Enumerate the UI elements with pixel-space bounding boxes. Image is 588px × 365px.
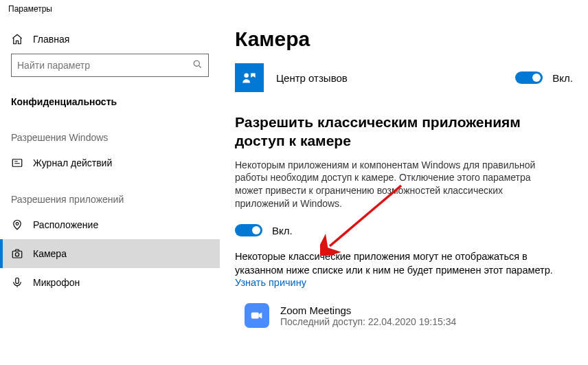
sidebar-item-microphone[interactable]: Микрофон bbox=[0, 268, 220, 297]
sidebar-item-label: Главная bbox=[33, 34, 69, 45]
allow-classic-heading: Разрешить классическим приложениям досту… bbox=[235, 113, 558, 151]
allow-classic-desc: Некоторым приложениям и компонентам Wind… bbox=[235, 159, 558, 211]
location-icon bbox=[11, 219, 23, 231]
feedback-toggle[interactable] bbox=[515, 71, 543, 84]
sidebar-item-label: Конфиденциальность bbox=[11, 96, 117, 107]
svg-rect-1 bbox=[12, 159, 22, 167]
microphone-icon bbox=[11, 276, 23, 289]
sidebar-section-apps: Разрешения приложений bbox=[0, 177, 220, 210]
search-input-wrap[interactable] bbox=[11, 54, 209, 77]
svg-rect-3 bbox=[12, 251, 22, 258]
sidebar-item-camera[interactable]: Камера bbox=[0, 239, 220, 268]
sidebar-item-home[interactable]: Главная bbox=[0, 25, 220, 54]
app-name: Центр отзывов bbox=[276, 72, 503, 84]
svg-rect-7 bbox=[251, 313, 259, 319]
feedback-toggle-label: Вкл. bbox=[552, 72, 573, 84]
svg-point-4 bbox=[15, 253, 19, 256]
allow-classic-toggle[interactable] bbox=[235, 224, 262, 236]
sidebar-item-location[interactable]: Расположение bbox=[0, 210, 220, 239]
camera-icon bbox=[11, 247, 23, 260]
page-title: Камера bbox=[235, 27, 573, 51]
home-icon bbox=[11, 33, 23, 45]
app-row-feedback: Центр отзывов Вкл. bbox=[235, 63, 573, 92]
svg-point-0 bbox=[194, 60, 199, 66]
window-title: Параметры bbox=[0, 0, 588, 18]
zoom-icon bbox=[245, 303, 269, 328]
sidebar-item-privacy[interactable]: Конфиденциальность bbox=[0, 88, 220, 115]
feedback-hub-icon bbox=[235, 63, 264, 92]
svg-rect-5 bbox=[16, 278, 19, 283]
sidebar-item-activity[interactable]: Журнал действий bbox=[0, 148, 220, 177]
learn-why-link[interactable]: Узнать причину bbox=[235, 277, 573, 288]
sidebar-section-windows: Разрешения Windows bbox=[0, 115, 220, 148]
sidebar-item-label: Журнал действий bbox=[33, 157, 112, 168]
classic-app-row: Zoom Meetings Последний доступ: 22.04.20… bbox=[235, 303, 573, 328]
sidebar-item-label: Микрофон bbox=[33, 277, 80, 288]
classic-note: Некоторые классические приложения могут … bbox=[235, 250, 558, 277]
svg-point-2 bbox=[16, 223, 19, 225]
main-content: Камера Центр отзывов Вкл. Разрешить клас… bbox=[220, 18, 588, 364]
classic-app-name: Zoom Meetings bbox=[280, 305, 456, 316]
sidebar-item-label: Камера bbox=[33, 248, 67, 259]
classic-app-sub: Последний доступ: 22.04.2020 19:15:34 bbox=[280, 316, 456, 327]
svg-point-6 bbox=[244, 74, 249, 78]
search-icon bbox=[192, 59, 203, 71]
sidebar: Главная Конфиденциальность Разрешения Wi… bbox=[0, 18, 220, 364]
allow-classic-toggle-label: Вкл. bbox=[272, 225, 293, 236]
search-input[interactable] bbox=[17, 60, 192, 71]
sidebar-item-label: Расположение bbox=[33, 219, 98, 230]
activity-icon bbox=[11, 157, 23, 169]
